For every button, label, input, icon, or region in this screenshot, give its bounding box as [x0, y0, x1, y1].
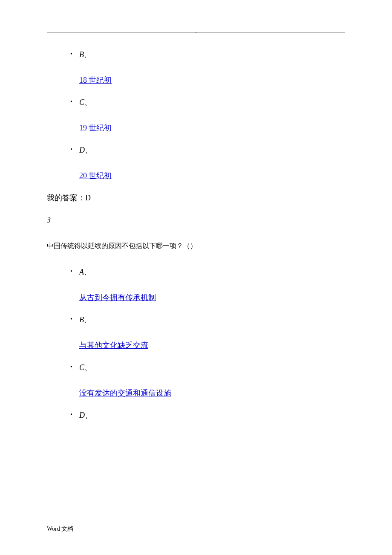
option-item: • D、 — [70, 410, 345, 436]
option-item: • A、 从古到今拥有传承机制 — [70, 267, 345, 303]
option-label-c: C、 — [79, 97, 345, 107]
footer-text: Word 文档 — [47, 525, 73, 533]
bullet-icon: • — [70, 268, 72, 275]
header-dot: . — [196, 29, 197, 34]
bullet-icon: • — [70, 146, 72, 153]
option-content: C、 没有发达的交通和通信设施 — [79, 362, 345, 398]
option-item: • B、 与其他文化缺乏交流 — [70, 315, 345, 350]
my-answer-text: 我的答案：D — [47, 193, 345, 203]
option-link-c[interactable]: 19 世纪初 — [79, 123, 112, 133]
page-container: . • B、 18 世纪初 • C、 19 世纪初 • D、 20 世纪初 我的… — [0, 0, 392, 555]
option-link-b[interactable]: 与其他文化缺乏交流 — [79, 340, 148, 350]
option-label-b: B、 — [79, 49, 345, 60]
question2-options-list: • B、 18 世纪初 • C、 19 世纪初 • D、 20 世纪初 — [47, 49, 345, 181]
bullet-icon: • — [70, 411, 72, 418]
option-content: B、 18 世纪初 — [79, 49, 345, 85]
question-number-3: 3 — [47, 216, 345, 225]
option-link-b[interactable]: 18 世纪初 — [79, 75, 112, 85]
option-item: • C、 19 世纪初 — [70, 97, 345, 133]
option-label-c: C、 — [79, 362, 345, 373]
bullet-icon: • — [70, 364, 72, 370]
header-divider: . — [47, 32, 345, 32]
option-content: D、 20 世纪初 — [79, 145, 345, 181]
option-content: B、 与其他文化缺乏交流 — [79, 315, 345, 350]
bullet-icon: • — [70, 51, 72, 58]
option-content: A、 从古到今拥有传承机制 — [79, 267, 345, 303]
option-content: D、 — [79, 410, 345, 436]
bullet-icon: • — [70, 98, 72, 105]
option-content: C、 19 世纪初 — [79, 97, 345, 133]
question3-options-list: • A、 从古到今拥有传承机制 • B、 与其他文化缺乏交流 • C、 没有发达… — [47, 267, 345, 436]
question-3-text: 中国传统得以延续的原因不包括以下哪一项？（） — [47, 242, 345, 251]
option-link-a[interactable]: 从古到今拥有传承机制 — [79, 292, 156, 303]
option-item: • B、 18 世纪初 — [70, 49, 345, 85]
option-item: • D、 20 世纪初 — [70, 145, 345, 181]
option-label-a: A、 — [79, 267, 345, 277]
option-link-d[interactable]: 20 世纪初 — [79, 171, 112, 181]
option-label-d: D、 — [79, 145, 345, 155]
option-label-d: D、 — [79, 410, 345, 420]
option-label-b: B、 — [79, 315, 345, 325]
bullet-icon: • — [70, 316, 72, 323]
option-link-c[interactable]: 没有发达的交通和通信设施 — [79, 388, 171, 398]
option-item: • C、 没有发达的交通和通信设施 — [70, 362, 345, 398]
